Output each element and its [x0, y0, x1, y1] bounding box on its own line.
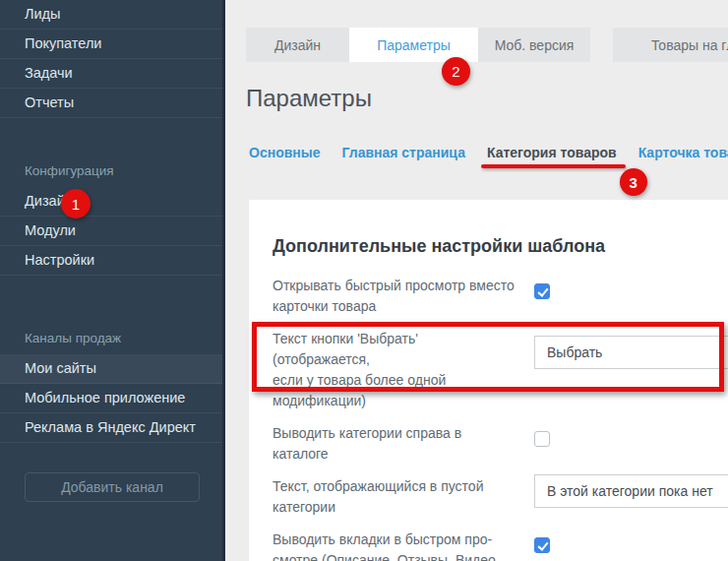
page-title: Параметры: [246, 85, 372, 112]
sidebar-item-customers[interactable]: Покупатели: [0, 30, 222, 59]
sidebar: Лиды Покупатели Задачи Отчеты Конфигурац…: [0, 0, 225, 561]
sidebar-item-my-sites[interactable]: Мои сайты: [0, 354, 222, 384]
sidebar-item-design[interactable]: Дизайн 1: [0, 187, 222, 217]
add-channel-button[interactable]: Добавить канал: [25, 472, 200, 502]
select-button-text-input[interactable]: [534, 336, 728, 369]
tab-spacer: [590, 28, 613, 62]
tab-parameters-label: Параметры: [377, 37, 451, 53]
tab-design[interactable]: Дизайн: [246, 28, 349, 62]
sub-tabs: Основные Главная страница Категория това…: [249, 145, 728, 160]
sidebar-item-reports[interactable]: Отчеты: [0, 89, 222, 118]
subtab-product-card[interactable]: Карточка товара: [638, 145, 728, 160]
sidebar-item-modules[interactable]: Модули: [0, 217, 222, 246]
sidebar-section-configuration: Конфигурация: [0, 118, 222, 187]
sidebar-item-yandex-direct[interactable]: Реклама в Яндекс Директ: [0, 413, 222, 443]
settings-row-empty-category-text: Текст, отображающийся в пустой категории: [273, 476, 728, 518]
setting-label: Открывать быстрый просмотр вместо карточ…: [273, 276, 518, 317]
tab-mobile-version[interactable]: Моб. версия: [478, 28, 590, 62]
settings-row-select-button-text: Текст кнопки 'Выбрать' (отображается, ес…: [273, 329, 728, 411]
sidebar-item-tasks[interactable]: Задачи: [0, 59, 222, 89]
categories-right-checkbox[interactable]: [534, 431, 550, 447]
annotation-underline: [481, 164, 626, 168]
top-tabs: Дизайн Параметры 2 Моб. версия Товары на…: [246, 28, 728, 62]
empty-category-text-input[interactable]: [534, 474, 728, 508]
setting-label: Текст, отображающийся в пустой категории: [273, 476, 518, 518]
tab-products-on-main[interactable]: Товары на гла: [613, 28, 728, 62]
settings-row-categories-right: Выводить категории справа в каталоге: [273, 423, 728, 465]
sidebar-item-leads[interactable]: Лиды: [0, 0, 222, 30]
annotation-step-1-badge: 1: [61, 189, 91, 218]
settings-row-quick-view: Открывать быстрый просмотр вместо карточ…: [273, 276, 728, 317]
annotation-step-3-badge: 3: [620, 168, 647, 196]
quick-view-tabs-checkbox[interactable]: [534, 537, 550, 553]
sidebar-item-settings[interactable]: Настройки: [0, 246, 222, 276]
setting-label: Текст кнопки 'Выбрать' (отображается, ес…: [273, 329, 518, 411]
setting-label: Выводить вкладки в быстром про- смотре (…: [273, 530, 518, 561]
quick-view-checkbox[interactable]: [534, 283, 550, 299]
setting-label: Выводить категории справа в каталоге: [273, 423, 518, 465]
sidebar-section-sales-channels: Каналы продаж: [0, 276, 222, 354]
subtab-product-category[interactable]: Категория товаров 3: [487, 145, 617, 160]
panel-heading: Дополнительные настройки шаблона: [273, 236, 728, 257]
subtab-general[interactable]: Основные: [249, 145, 321, 160]
subtab-product-category-label: Категория товаров: [487, 145, 617, 160]
tab-parameters[interactable]: Параметры 2: [349, 28, 478, 62]
settings-panel: Дополнительные настройки шаблона Открыва…: [249, 200, 728, 561]
subtab-home-page[interactable]: Главная страница: [342, 145, 465, 160]
annotation-step-2-badge: 2: [442, 57, 470, 86]
sidebar-item-mobile-app[interactable]: Мобильное приложение: [0, 384, 222, 413]
settings-row-quick-view-tabs: Выводить вкладки в быстром про- смотре (…: [273, 530, 728, 561]
